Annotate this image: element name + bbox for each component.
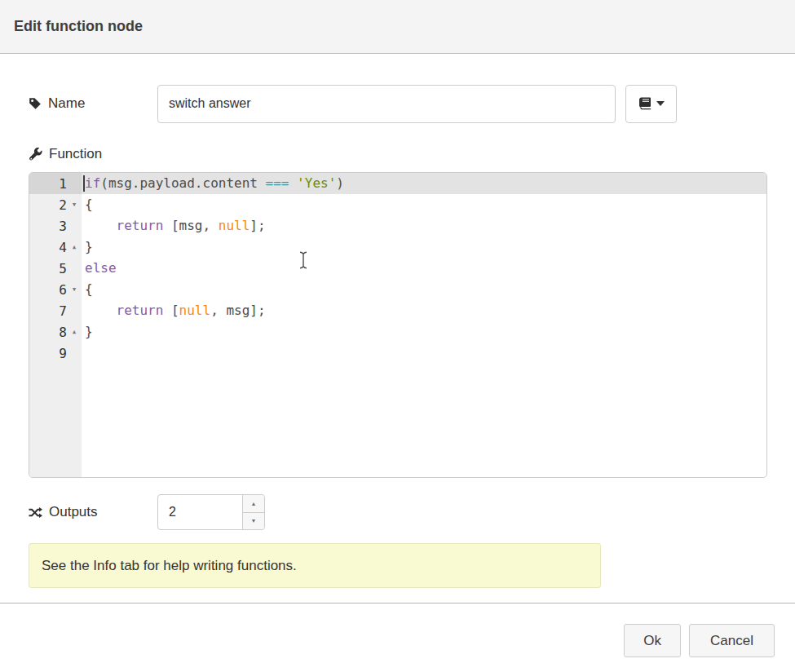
- dialog-header: Edit function node: [0, 0, 795, 54]
- token-plain: [85, 218, 117, 233]
- edit-function-node-dialog: Edit function node Name: [0, 0, 795, 672]
- token-constant: null: [179, 303, 211, 318]
- function-code-editor[interactable]: 12▾34▴56▾78▴9 if(msg.payload.content ===…: [29, 172, 767, 478]
- code-line[interactable]: [85, 343, 766, 364]
- code-line[interactable]: if(msg.payload.content === 'Yes'): [82, 173, 766, 194]
- shuffle-icon: [29, 506, 42, 519]
- token-keyword: return: [117, 218, 164, 233]
- cancel-button[interactable]: Cancel: [689, 624, 775, 657]
- info-tip: See the Info tab for help writing functi…: [29, 543, 601, 588]
- dialog-title: Edit function node: [14, 18, 143, 35]
- fold-close-icon[interactable]: ▴: [67, 237, 82, 258]
- spinner-down-icon: ▼: [251, 518, 257, 524]
- editor-gutter: 12▾34▴56▾78▴9: [29, 173, 82, 477]
- spinner-buttons: ▲ ▼: [242, 495, 264, 529]
- fold-open-icon[interactable]: ▾: [67, 194, 82, 215]
- token-keyword: else: [85, 260, 117, 276]
- name-label-group: Name: [29, 95, 157, 112]
- line-number: 3: [59, 219, 67, 234]
- footer-buttons: Ok Cancel: [0, 603, 795, 657]
- code-line[interactable]: {: [85, 194, 766, 215]
- token-plain: }: [85, 324, 93, 339]
- line-number: 9: [59, 346, 67, 361]
- token-plain: [289, 175, 297, 191]
- fold-close-icon[interactable]: ▴: [67, 321, 82, 343]
- line-number: 4: [59, 240, 67, 255]
- code-line[interactable]: return [msg, null];: [85, 215, 766, 237]
- spinner-down-button[interactable]: ▼: [243, 513, 264, 530]
- function-label-group: Function: [29, 146, 157, 162]
- code-line[interactable]: }: [85, 321, 766, 343]
- chevron-down-icon: [656, 101, 665, 106]
- token-plain: [msg,: [163, 218, 218, 233]
- token-plain: [85, 303, 117, 318]
- gutter-cell[interactable]: 3: [29, 215, 82, 237]
- editor-code[interactable]: if(msg.payload.content === 'Yes'){ retur…: [82, 173, 766, 477]
- gutter-cell[interactable]: 8▴: [29, 321, 82, 343]
- gutter-cell[interactable]: 1: [29, 173, 82, 194]
- outputs-label: Outputs: [49, 504, 98, 520]
- code-line[interactable]: {: [85, 279, 766, 300]
- token-constant: null: [219, 218, 250, 233]
- wrench-icon: [29, 148, 42, 161]
- outputs-spinner: ▲ ▼: [157, 494, 265, 530]
- outputs-input[interactable]: [158, 495, 236, 529]
- token-plain: (msg.payload.content: [100, 175, 265, 191]
- token-plain: {: [85, 197, 93, 212]
- spinner-up-button[interactable]: ▲: [243, 495, 264, 513]
- library-button[interactable]: [625, 85, 677, 123]
- fold-open-icon[interactable]: ▾: [67, 279, 82, 300]
- line-number: 7: [59, 303, 67, 319]
- line-number: 8: [59, 325, 67, 340]
- token-string: 'Yes': [297, 175, 336, 191]
- token-plain: [: [163, 303, 179, 318]
- line-number: 5: [59, 261, 67, 276]
- token-operator: ===: [266, 175, 289, 191]
- line-number: 1: [59, 176, 67, 192]
- gutter-cell[interactable]: 4▴: [29, 237, 82, 258]
- gutter-cell[interactable]: 7: [29, 300, 82, 321]
- function-label-row: Function: [29, 145, 767, 163]
- line-number: 6: [59, 282, 67, 298]
- token-plain: }: [85, 239, 93, 254]
- info-tip-text: See the Info tab for help writing functi…: [42, 558, 297, 574]
- book-icon: [638, 97, 652, 110]
- text-caret: [83, 175, 85, 192]
- name-input[interactable]: [157, 85, 616, 123]
- dialog-body: Name: [0, 84, 795, 588]
- code-line[interactable]: return [null, msg];: [85, 300, 766, 321]
- dialog-footer: Ok Cancel: [0, 603, 795, 672]
- spinner-up-icon: ▲: [251, 501, 257, 506]
- gutter-cell[interactable]: 9: [29, 343, 82, 364]
- token-keyword: if: [85, 175, 100, 191]
- name-row: Name: [29, 84, 767, 123]
- token-plain: ): [336, 175, 344, 191]
- gutter-cell[interactable]: 5: [29, 258, 82, 279]
- token-plain: , msg];: [210, 303, 265, 318]
- tag-icon: [29, 97, 42, 110]
- name-label: Name: [48, 95, 85, 112]
- code-line[interactable]: else: [85, 258, 766, 279]
- ok-button[interactable]: Ok: [624, 624, 681, 657]
- token-plain: {: [85, 281, 93, 297]
- line-number: 2: [59, 197, 67, 213]
- outputs-row: Outputs ▲ ▼: [29, 494, 767, 530]
- code-line[interactable]: }: [85, 237, 766, 258]
- token-keyword: return: [117, 303, 164, 318]
- function-label: Function: [49, 146, 102, 162]
- token-plain: ];: [250, 218, 265, 233]
- outputs-label-group: Outputs: [29, 504, 157, 520]
- gutter-cell[interactable]: 2▾: [29, 194, 82, 215]
- gutter-cell[interactable]: 6▾: [29, 279, 82, 300]
